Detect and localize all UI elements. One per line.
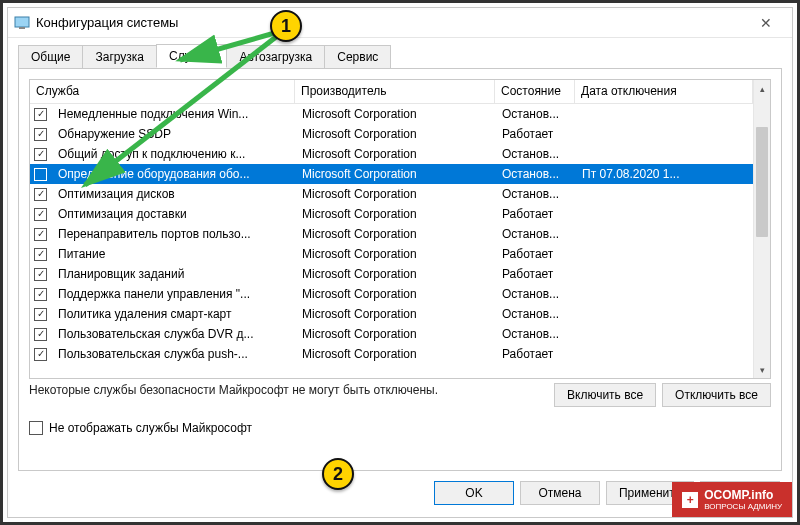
cell-manufacturer: Microsoft Corporation: [296, 347, 496, 361]
cell-state: Работает: [496, 247, 576, 261]
cell-date: Пт 07.08.2020 1...: [576, 167, 753, 181]
table-row[interactable]: ✓ПитаниеMicrosoft CorporationРаботает: [30, 244, 753, 264]
watermark: + OCOMP.info ВОПРОСЫ АДМИНУ: [672, 482, 792, 517]
row-checkbox[interactable]: ✓: [34, 128, 47, 141]
table-row[interactable]: ✓Оптимизация дисковMicrosoft Corporation…: [30, 184, 753, 204]
cell-state: Останов...: [496, 167, 576, 181]
cell-manufacturer: Microsoft Corporation: [296, 207, 496, 221]
cell-manufacturer: Microsoft Corporation: [296, 247, 496, 261]
column-date-disabled[interactable]: Дата отключения: [575, 80, 753, 103]
cell-state: Останов...: [496, 147, 576, 161]
plus-icon: +: [682, 492, 698, 508]
scroll-thumb[interactable]: [756, 127, 768, 237]
cell-manufacturer: Microsoft Corporation: [296, 167, 496, 181]
cell-service: Пользовательская служба push-...: [52, 347, 296, 361]
cell-state: Работает: [496, 127, 576, 141]
row-checkbox[interactable]: ✓: [34, 108, 47, 121]
cell-service: Перенаправитель портов пользо...: [52, 227, 296, 241]
services-listview: Служба Производитель Состояние Дата откл…: [29, 79, 771, 379]
row-checkbox[interactable]: ✓: [34, 308, 47, 321]
tab-services[interactable]: Службы: [156, 44, 227, 68]
table-row[interactable]: ✓Поддержка панели управления "...Microso…: [30, 284, 753, 304]
cell-manufacturer: Microsoft Corporation: [296, 147, 496, 161]
svg-rect-0: [15, 17, 29, 27]
cell-state: Останов...: [496, 327, 576, 341]
tab-tools[interactable]: Сервис: [324, 45, 391, 68]
table-row[interactable]: ✓Политика удаления смарт-картMicrosoft C…: [30, 304, 753, 324]
cell-state: Останов...: [496, 107, 576, 121]
table-row[interactable]: ✓Общий доступ к подключению к...Microsof…: [30, 144, 753, 164]
table-row[interactable]: ✓Обнаружение SSDPMicrosoft CorporationРа…: [30, 124, 753, 144]
cell-service: Планировщик заданий: [52, 267, 296, 281]
table-row[interactable]: ✓Немедленные подключения Win...Microsoft…: [30, 104, 753, 124]
row-checkbox[interactable]: ✓: [34, 268, 47, 281]
cell-manufacturer: Microsoft Corporation: [296, 287, 496, 301]
ok-button[interactable]: OK: [434, 481, 514, 505]
cell-state: Останов...: [496, 287, 576, 301]
row-checkbox[interactable]: ✓: [34, 228, 47, 241]
cell-service: Определение оборудования обо...: [52, 167, 296, 181]
hide-ms-label: Не отображать службы Майкрософт: [49, 421, 252, 435]
row-checkbox[interactable]: ✓: [34, 328, 47, 341]
table-row[interactable]: ✓Планировщик заданийMicrosoft Corporatio…: [30, 264, 753, 284]
cell-service: Обнаружение SSDP: [52, 127, 296, 141]
scroll-track[interactable]: [754, 97, 770, 361]
column-state[interactable]: Состояние: [495, 80, 575, 103]
close-button[interactable]: ✕: [746, 15, 786, 31]
cell-service: Политика удаления смарт-карт: [52, 307, 296, 321]
cell-manufacturer: Microsoft Corporation: [296, 107, 496, 121]
cell-state: Работает: [496, 207, 576, 221]
titlebar: Конфигурация системы ✕: [8, 8, 792, 38]
row-checkbox[interactable]: ✓: [34, 348, 47, 361]
cell-service: Оптимизация доставки: [52, 207, 296, 221]
cell-service: Немедленные подключения Win...: [52, 107, 296, 121]
table-row[interactable]: ✓Перенаправитель портов пользо...Microso…: [30, 224, 753, 244]
column-service[interactable]: Служба: [30, 80, 295, 103]
svg-rect-1: [19, 27, 25, 29]
tab-boot[interactable]: Загрузка: [82, 45, 157, 68]
tab-startup[interactable]: Автозагрузка: [226, 45, 325, 68]
disable-all-button[interactable]: Отключить все: [662, 383, 771, 407]
table-row[interactable]: Определение оборудования обо...Microsoft…: [30, 164, 753, 184]
tabstrip: Общие Загрузка Службы Автозагрузка Серви…: [8, 38, 792, 68]
table-row[interactable]: ✓Пользовательская служба DVR д...Microso…: [30, 324, 753, 344]
msconfig-window: Конфигурация системы ✕ Общие Загрузка Сл…: [7, 7, 793, 518]
cell-service: Оптимизация дисков: [52, 187, 296, 201]
cell-service: Общий доступ к подключению к...: [52, 147, 296, 161]
row-checkbox[interactable]: ✓: [34, 288, 47, 301]
cell-state: Работает: [496, 347, 576, 361]
row-checkbox[interactable]: ✓: [34, 248, 47, 261]
table-row[interactable]: ✓Пользовательская служба push-...Microso…: [30, 344, 753, 364]
cell-manufacturer: Microsoft Corporation: [296, 267, 496, 281]
row-checkbox[interactable]: ✓: [34, 188, 47, 201]
row-checkbox[interactable]: ✓: [34, 208, 47, 221]
column-manufacturer[interactable]: Производитель: [295, 80, 495, 103]
watermark-brand: OCOMP.info: [704, 488, 782, 502]
window-title: Конфигурация системы: [36, 15, 746, 30]
cell-manufacturer: Microsoft Corporation: [296, 227, 496, 241]
cell-service: Питание: [52, 247, 296, 261]
cell-service: Пользовательская служба DVR д...: [52, 327, 296, 341]
cell-state: Останов...: [496, 187, 576, 201]
list-rows: ✓Немедленные подключения Win...Microsoft…: [30, 104, 753, 378]
tab-panel-services: Служба Производитель Состояние Дата откл…: [18, 68, 782, 471]
scroll-up-button[interactable]: ▴: [754, 80, 770, 97]
cell-manufacturer: Microsoft Corporation: [296, 307, 496, 321]
cancel-button[interactable]: Отмена: [520, 481, 600, 505]
cell-manufacturer: Microsoft Corporation: [296, 327, 496, 341]
vertical-scrollbar[interactable]: ▴ ▾: [753, 80, 770, 378]
cell-state: Работает: [496, 267, 576, 281]
hide-ms-checkbox[interactable]: [29, 421, 43, 435]
tab-general[interactable]: Общие: [18, 45, 83, 68]
watermark-sub: ВОПРОСЫ АДМИНУ: [704, 502, 782, 511]
enable-all-button[interactable]: Включить все: [554, 383, 656, 407]
cell-service: Поддержка панели управления "...: [52, 287, 296, 301]
cell-state: Останов...: [496, 307, 576, 321]
row-checkbox[interactable]: [34, 168, 47, 181]
row-checkbox[interactable]: ✓: [34, 148, 47, 161]
cell-manufacturer: Microsoft Corporation: [296, 187, 496, 201]
note-text: Некоторые службы безопасности Майкрософт…: [29, 383, 438, 397]
hide-ms-services-row: Не отображать службы Майкрософт: [29, 421, 771, 435]
scroll-down-button[interactable]: ▾: [754, 361, 770, 378]
table-row[interactable]: ✓Оптимизация доставкиMicrosoft Corporati…: [30, 204, 753, 224]
